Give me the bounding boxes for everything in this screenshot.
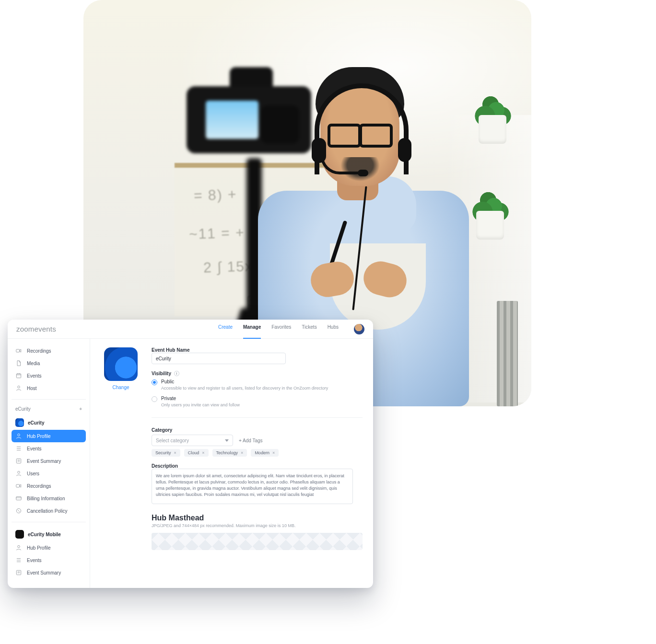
svg-rect-4 <box>16 459 21 463</box>
radio-checked-icon <box>152 380 157 385</box>
sidebar-item-label: Recordings <box>27 348 51 354</box>
svg-point-9 <box>18 545 20 548</box>
sidebar-item-host[interactable]: Host <box>12 382 86 394</box>
radio-unchecked-icon <box>152 396 157 402</box>
description-textarea[interactable]: We are lorem ipsum dolor sit amet, conse… <box>152 469 353 504</box>
svg-rect-6 <box>16 484 20 487</box>
info-icon[interactable]: i <box>174 371 179 376</box>
main-content: Change Event Hub Name Visibility i <box>90 339 373 588</box>
tab-manage[interactable]: Manage <box>243 324 261 334</box>
topbar: zoomevents Create Manage Favorites Ticke… <box>8 320 373 339</box>
close-icon[interactable]: × <box>241 450 243 455</box>
chevron-down-icon <box>225 439 229 442</box>
masthead-hint: JPG/JPEG and 744×484 px recommended. Max… <box>152 523 363 528</box>
sidebar-item-label: Hub Profile <box>27 545 50 551</box>
hub2-brand-row[interactable]: eCurity Mobile <box>12 527 86 541</box>
sidebar-item-label: Media <box>27 361 40 366</box>
sidebar-item-media[interactable]: Media <box>12 357 86 369</box>
add-tags-link[interactable]: + Add Tags <box>239 438 263 443</box>
svg-point-2 <box>18 386 20 388</box>
sidebar-item-label: Recordings <box>27 483 51 489</box>
sidebar-item-label: Host <box>27 386 37 391</box>
masthead-preview[interactable] <box>152 533 363 550</box>
svg-rect-1 <box>16 374 21 378</box>
sidebar-item-hub2-events[interactable]: Events <box>12 554 86 566</box>
tab-hubs[interactable]: Hubs <box>328 324 339 334</box>
tag-chip[interactable]: Technology× <box>212 449 247 457</box>
hub-logo-icon <box>15 530 24 539</box>
sidebar-item-label: Hub Profile <box>27 434 50 439</box>
sidebar-item-hub1-recordings[interactable]: Recordings <box>12 480 86 492</box>
sidebar-item-label: Billing Information <box>27 496 65 501</box>
close-icon[interactable]: × <box>272 450 275 455</box>
sidebar-item-label: Event Summary <box>27 570 61 575</box>
file-icon <box>15 360 22 367</box>
visibility-label: Visibility i <box>152 371 363 376</box>
sidebar-item-recordings[interactable]: Recordings <box>12 345 86 357</box>
sidebar-item-hub1-events[interactable]: Events <box>12 442 86 455</box>
camera-icon <box>15 347 22 354</box>
sidebar-item-label: Events <box>27 558 42 563</box>
sidebar: Recordings Media Events Host eCurity <box>8 339 90 588</box>
users-icon <box>15 470 22 477</box>
summary-icon <box>15 458 22 464</box>
top-nav: Create Manage Favorites Tickets Hubs <box>218 324 364 334</box>
change-logo-link[interactable]: Change <box>112 385 129 390</box>
sidebar-item-label: Events <box>27 446 42 451</box>
sidebar-item-hub2-event-summary[interactable]: Event Summary <box>12 566 86 579</box>
hub-logo-preview <box>104 347 138 381</box>
summary-icon <box>15 569 22 576</box>
brand-suffix: events <box>34 325 56 333</box>
user-avatar[interactable] <box>354 324 364 334</box>
close-icon[interactable]: × <box>202 450 204 455</box>
billing-icon <box>15 495 22 502</box>
sidebar-item-hub-profile[interactable]: Hub Profile <box>12 430 86 442</box>
visibility-public-radio[interactable]: Public Accessible to view and register t… <box>152 379 363 391</box>
tag-chip[interactable]: Modern× <box>251 449 279 457</box>
sidebar-item-label: Events <box>27 373 42 379</box>
sidebar-item-hub1-billing[interactable]: Billing Information <box>12 492 86 505</box>
hub-logo-icon <box>15 418 24 427</box>
sidebar-item-events[interactable]: Events <box>12 369 86 382</box>
cancel-icon <box>15 507 22 514</box>
tag-chip[interactable]: Security× <box>152 449 180 457</box>
masthead-title: Hub Masthead <box>152 514 363 522</box>
category-label: Category <box>152 427 363 433</box>
hub-name-label: Event Hub Name <box>152 347 363 353</box>
camera-icon <box>15 483 22 489</box>
brand-prefix: zoom <box>16 325 34 333</box>
user-icon <box>15 385 22 391</box>
description-label: Description <box>152 463 363 469</box>
calendar-icon <box>15 372 22 379</box>
list-icon <box>15 557 22 564</box>
tag-chip[interactable]: Cloud× <box>184 449 209 457</box>
list-icon <box>15 445 22 452</box>
svg-point-3 <box>18 434 20 436</box>
tab-create[interactable]: Create <box>218 324 233 334</box>
zoom-events-panel: zoomevents Create Manage Favorites Ticke… <box>8 320 373 588</box>
plus-icon[interactable]: + <box>79 406 82 412</box>
sidebar-item-label: Cancellation Policy <box>27 508 68 514</box>
tag-list: Security× Cloud× Technology× Modern× <box>152 449 363 457</box>
hub1-brand-row[interactable]: eCurity <box>12 415 86 430</box>
sidebar-group-header[interactable]: eCurity + <box>12 404 86 414</box>
svg-point-5 <box>18 471 20 473</box>
brand-logo: zoomevents <box>16 325 56 333</box>
svg-rect-10 <box>16 570 21 575</box>
sidebar-item-hub1-cancellation[interactable]: Cancellation Policy <box>12 505 86 517</box>
sidebar-item-hub1-users[interactable]: Users <box>12 467 86 480</box>
visibility-private-radio[interactable]: Private Only users you invite can view a… <box>152 396 363 408</box>
tab-favorites[interactable]: Favorites <box>271 324 291 334</box>
user-icon <box>15 544 22 551</box>
close-icon[interactable]: × <box>174 450 176 455</box>
user-icon <box>15 433 22 439</box>
svg-rect-0 <box>16 349 20 352</box>
tab-tickets[interactable]: Tickets <box>302 324 316 334</box>
sidebar-item-label: Event Summary <box>27 459 61 464</box>
sidebar-item-hub1-event-summary[interactable]: Event Summary <box>12 455 86 467</box>
svg-rect-7 <box>16 497 22 500</box>
category-select[interactable]: Select category <box>152 435 233 446</box>
sidebar-item-hub2-hub-profile[interactable]: Hub Profile <box>12 541 86 554</box>
sidebar-item-label: Users <box>27 471 39 476</box>
hub-name-input[interactable] <box>152 353 286 364</box>
